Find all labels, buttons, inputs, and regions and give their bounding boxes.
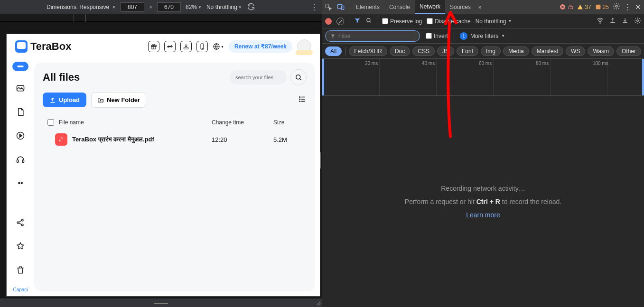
search-input[interactable] (230, 70, 287, 84)
tab-console[interactable]: Console (384, 0, 415, 14)
phone-icon[interactable] (196, 41, 208, 52)
resize-handle-icon[interactable] (314, 298, 321, 305)
svg-point-27 (637, 19, 639, 21)
svg-point-26 (600, 22, 600, 23)
pane-splitter[interactable] (320, 152, 322, 168)
chip-media[interactable]: Media (503, 47, 529, 56)
sidebar-item-files[interactable] (12, 62, 28, 71)
terabox-brand: TeraBox (30, 40, 71, 53)
tab-elements[interactable]: Elements (351, 0, 384, 14)
sidebar-item-music[interactable] (14, 153, 27, 166)
capacity-link[interactable]: Capaci (13, 287, 28, 292)
preserve-log-checkbox[interactable]: Preserve log (382, 18, 422, 25)
network-settings-gear-icon[interactable] (634, 17, 641, 26)
svg-point-14 (296, 75, 300, 79)
globe-icon[interactable]: ▼ (213, 41, 224, 52)
dimensions-dropdown[interactable]: Dimensions: Responsive ▼ (47, 4, 116, 10)
device-toggle-icon[interactable] (335, 3, 347, 11)
renew-button[interactable]: Renew at ₹87/week (229, 40, 292, 53)
network-conditions-icon[interactable] (597, 17, 604, 26)
svg-point-11 (17, 222, 19, 223)
sidebar-item-share[interactable] (14, 216, 27, 229)
user-avatar[interactable] (297, 39, 311, 54)
zoom-dropdown[interactable]: 82% ▼ (186, 4, 202, 10)
chip-fetch-xhr[interactable]: Fetch/XHR (349, 47, 387, 56)
sidebar-item-docs[interactable] (14, 105, 27, 119)
chip-manifest[interactable]: Manifest (532, 47, 563, 56)
transfer-icon[interactable] (164, 41, 176, 52)
sidebar-item-more[interactable]: •• (14, 177, 27, 190)
chip-all[interactable]: All (325, 47, 342, 56)
network-throttling-dropdown[interactable]: No throttling ▼ (476, 18, 512, 25)
rotate-icon[interactable] (247, 2, 255, 12)
filter-input-wrapper[interactable] (325, 30, 420, 42)
select-all-checkbox[interactable] (47, 119, 54, 126)
svg-point-13 (21, 224, 23, 226)
more-filters-count: 1 (460, 32, 467, 40)
settings-gear-icon[interactable] (613, 2, 620, 11)
chip-other[interactable]: Other (616, 47, 641, 56)
gift-icon[interactable] (148, 41, 159, 52)
error-count-badge[interactable]: 75 (560, 4, 573, 10)
invert-checkbox[interactable]: Invert (426, 33, 448, 39)
chip-wasm[interactable]: Wasm (588, 47, 614, 56)
inspect-element-icon[interactable] (322, 3, 335, 11)
network-toolbar: Preserve log Disable cache No throttling… (322, 14, 644, 28)
sidebar-item-photos[interactable] (14, 82, 27, 95)
more-filters-dropdown[interactable]: 1 More filters ▼ (460, 32, 505, 40)
col-header-name[interactable]: File name (59, 119, 212, 126)
chip-ws[interactable]: WS (566, 47, 585, 56)
devtools-kebab-icon[interactable]: ⋮ (624, 3, 631, 11)
upload-label: Upload (59, 96, 80, 103)
viewport-width-input[interactable] (121, 2, 144, 12)
learn-more-link[interactable]: Learn more (466, 211, 500, 219)
view-mode-icon[interactable] (298, 95, 307, 105)
terabox-sidebar: •• Capaci (7, 59, 34, 296)
new-folder-button[interactable]: New Folder (91, 92, 146, 108)
kebab-menu-icon[interactable]: ⋮ (310, 3, 318, 12)
table-row[interactable]: A TeraBox प्रारंभ करना मैनुअल.pdf 12:20 … (43, 129, 307, 150)
col-header-time[interactable]: Change time (212, 119, 273, 126)
record-button[interactable] (325, 18, 332, 25)
chip-doc[interactable]: Doc (390, 47, 410, 56)
download-app-icon[interactable] (180, 41, 192, 52)
import-har-icon[interactable] (622, 17, 628, 26)
search-button[interactable] (290, 69, 307, 85)
sidebar-item-video[interactable] (14, 129, 27, 142)
svg-point-25 (367, 19, 370, 22)
terabox-logo[interactable]: TeraBox (15, 40, 71, 53)
preserve-log-label: Preserve log (390, 18, 422, 25)
timeline-tick: 40 ms (422, 61, 435, 66)
chip-css[interactable]: CSS (412, 47, 435, 56)
clear-button[interactable] (336, 18, 344, 25)
col-header-size[interactable]: Size (273, 119, 307, 126)
info-count-badge[interactable]: 25 (595, 4, 609, 10)
dimensions-label: Dimensions: Responsive (47, 4, 109, 10)
tab-sources[interactable]: Sources (445, 0, 476, 14)
close-devtools-icon[interactable]: ✕ (635, 3, 641, 11)
upload-button[interactable]: Upload (43, 93, 86, 107)
chip-js[interactable]: JS (437, 47, 454, 56)
svg-text:A: A (59, 139, 61, 142)
bottom-drag-handle[interactable] (0, 298, 322, 307)
sidebar-item-star[interactable] (14, 240, 27, 253)
warning-count-badge[interactable]: 37 (577, 4, 591, 10)
filter-toggle-icon[interactable] (354, 17, 361, 25)
tabs-overflow-icon[interactable]: » (476, 4, 485, 10)
device-throttling-dropdown[interactable]: No throttling ▼ (206, 4, 242, 10)
chip-img[interactable]: Img (481, 47, 501, 56)
search-network-icon[interactable] (365, 17, 372, 25)
svg-point-16 (299, 99, 300, 100)
export-har-icon[interactable] (609, 17, 616, 26)
table-header: File name Change time Size (43, 116, 307, 129)
viewport-height-input[interactable] (157, 2, 181, 12)
filter-input[interactable] (338, 33, 415, 39)
svg-point-12 (21, 219, 23, 221)
sidebar-item-trash[interactable] (14, 263, 27, 277)
file-name: TeraBox प्रारंभ करना मैनुअल.pdf (72, 136, 212, 143)
chip-font[interactable]: Font (457, 47, 478, 56)
network-timeline[interactable]: 20 ms 40 ms 60 ms 80 ms 100 ms (322, 59, 644, 96)
empty-line2: Perform a request or hit Ctrl + R to rec… (405, 198, 561, 205)
disable-cache-checkbox[interactable]: Disable cache (427, 18, 470, 25)
tab-network[interactable]: Network (415, 0, 445, 14)
